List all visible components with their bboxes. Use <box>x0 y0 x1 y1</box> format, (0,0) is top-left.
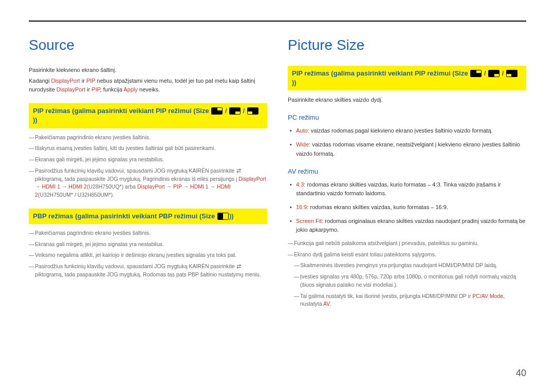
pc-mode-subheading: PC režimu <box>288 114 526 121</box>
source-heading: Source <box>29 37 267 53</box>
pip-mode-heading-right: PIP režimas (galima pasirinkti veikiant … <box>288 66 526 90</box>
note: Funkcija gali nebūti palaikoma atsižvelg… <box>288 239 526 248</box>
left-column: Source Pasirinkite kiekvieno ekrano šalt… <box>29 37 267 311</box>
picture-size-intro: Pasirinkite ekrano skilties vaizdo dydį. <box>288 96 526 104</box>
list-item: 4:3: rodomas ekrano skilties vaizdas, ku… <box>288 180 526 198</box>
note: Pasirodžius funkcinių klavišų vadovui, s… <box>29 263 267 279</box>
pip-bottom-right-icon <box>488 70 499 77</box>
pip-mode-heading-left: PIP režimas (galima pasirinkti veikiant … <box>29 103 267 128</box>
pip-top-right-icon <box>470 70 482 77</box>
note: Pakeičiamas pagrindinio ekrano įvesties … <box>29 134 267 142</box>
swap-icon <box>236 168 244 173</box>
pbp-mode-heading: PBP režimas (galima pasirinkti veikiant … <box>29 209 267 224</box>
sub-note: Tai galima nustatyti tik, kai išorinė įv… <box>294 292 526 309</box>
swap-icon <box>236 264 244 269</box>
note: Išskyrus esamą įvesties šaltinį, kiti du… <box>29 144 267 153</box>
list-item: Auto: vaizdas rodomas pagal kiekvieno ek… <box>288 126 526 135</box>
page-number: 40 <box>516 368 526 379</box>
right-column: Picture Size PIP režimas (galima pasirin… <box>288 37 526 311</box>
pip-bottom-left-icon <box>506 70 517 77</box>
pip-bottom-left-icon <box>247 107 258 115</box>
pip-top-right-icon <box>211 107 223 115</box>
note: Pakeičiamas pagrindinio ekrano įvesties … <box>29 229 267 237</box>
note: Ekranas gali mirgėti, jei įėjimo signala… <box>29 156 267 164</box>
sub-note: Įvesties signalas yra 480p, 576p, 720p a… <box>294 273 526 289</box>
source-intro-2: Kadangi DisplayPort ir PIP nebus atpažįs… <box>29 77 267 94</box>
note: Veiksmo negalima atlikti, jei kairiojo i… <box>29 251 267 259</box>
note: Pasirodžius funkcinių klavišų vadovui, s… <box>29 167 267 199</box>
av-mode-subheading: AV režimu <box>288 167 526 175</box>
top-rule <box>29 21 526 22</box>
picture-size-heading: Picture Size <box>288 37 526 53</box>
note: Ekranas gali mirgėti, jei įėjimo signala… <box>29 240 267 249</box>
sub-note: Skaitmeninės išvesties įrenginys yra pri… <box>294 262 526 270</box>
list-item: 16:9: rodomas ekrano skilties vaizdas, k… <box>288 203 526 212</box>
list-item: Wide: vaizdas rodomas visame ekrane, nea… <box>288 140 526 158</box>
note: Ekrano dydį galima keisti esant toliau p… <box>288 251 526 259</box>
list-item: Screen Fit: rodomas originalaus ekrano s… <box>288 217 526 234</box>
pbp-icon <box>217 213 229 220</box>
pip-bottom-right-icon <box>229 107 240 115</box>
source-intro-1: Pasirinkite kiekvieno ekrano šaltinį. <box>29 66 267 74</box>
